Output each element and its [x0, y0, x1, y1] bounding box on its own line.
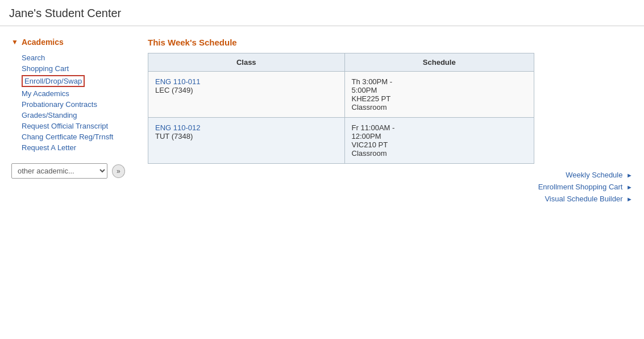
col-header-schedule: Schedule [344, 53, 534, 72]
sidebar-item-enroll-drop-swap[interactable]: Enroll/Drop/Swap [22, 75, 125, 87]
class-cell-2: ENG 110-012 TUT (7348) [148, 118, 345, 164]
footer-links: Weekly Schedule ► Enrollment Shopping Ca… [148, 171, 633, 203]
sidebar-item-grades-standing[interactable]: Grades/Standing [22, 111, 125, 119]
table-body: ENG 110-011 LEC (7349) Th 3:00PM -5:00PM… [148, 72, 534, 164]
page-header: Jane's Student Center [0, 0, 644, 26]
weekly-schedule-arrow-icon: ► [626, 172, 633, 179]
schedule-cell-1: Th 3:00PM -5:00PMKHE225 PTClassroom [344, 72, 534, 118]
academics-toggle[interactable]: ▼ Academics [11, 38, 125, 47]
schedule-title: This Week's Schedule [148, 38, 633, 47]
sidebar-item-request-letter[interactable]: Request A Letter [22, 143, 125, 152]
sidebar: ▼ Academics Search Shopping Cart Enroll/… [0, 32, 136, 209]
table-row: ENG 110-011 LEC (7349) Th 3:00PM -5:00PM… [148, 72, 534, 118]
weekly-schedule-label: Weekly Schedule [566, 171, 622, 179]
toggle-arrow-icon: ▼ [11, 38, 18, 46]
search-link[interactable]: Search [22, 53, 45, 62]
table-header: Class Schedule [148, 53, 534, 72]
schedule-cell-2: Fr 11:00AM -12:00PMVIC210 PTClassroom [344, 118, 534, 164]
go-icon: » [117, 167, 121, 175]
col-header-class: Class [148, 53, 345, 72]
probationary-contracts-link[interactable]: Probationary Contracts [22, 100, 97, 109]
chang-cert-link[interactable]: Chang Certficate Reg/Trnsft [22, 133, 113, 141]
sidebar-item-search[interactable]: Search [22, 53, 125, 62]
class-detail-1: LEC (7349) [155, 86, 193, 94]
academics-section: ▼ Academics Search Shopping Cart Enroll/… [11, 38, 125, 179]
class-cell-1: ENG 110-011 LEC (7349) [148, 72, 345, 118]
go-button[interactable]: » [112, 164, 125, 178]
page-title: Jane's Student Center [9, 7, 635, 20]
enrollment-shopping-cart-link[interactable]: Enrollment Shopping Cart ► [538, 183, 633, 191]
class-detail-2: TUT (7348) [155, 132, 193, 140]
enrollment-shopping-cart-label: Enrollment Shopping Cart [538, 183, 623, 191]
sidebar-item-chang-cert[interactable]: Chang Certficate Reg/Trnsft [22, 133, 125, 141]
schedule-table: Class Schedule ENG 110-011 LEC (7349) Th… [148, 53, 534, 164]
enroll-drop-swap-highlight: Enroll/Drop/Swap [22, 75, 85, 87]
enrollment-shopping-cart-arrow-icon: ► [626, 184, 633, 191]
sidebar-item-request-transcript[interactable]: Request Official Transcript [22, 122, 125, 130]
visual-schedule-builder-arrow-icon: ► [626, 196, 633, 202]
sidebar-item-probationary-contracts[interactable]: Probationary Contracts [22, 100, 125, 109]
sidebar-links: Search Shopping Cart Enroll/Drop/Swap My… [11, 53, 125, 152]
table-row: ENG 110-012 TUT (7348) Fr 11:00AM -12:00… [148, 118, 534, 164]
grades-standing-link[interactable]: Grades/Standing [22, 111, 77, 119]
request-letter-link[interactable]: Request A Letter [22, 143, 76, 152]
shopping-cart-link[interactable]: Shopping Cart [22, 64, 69, 73]
weekly-schedule-link[interactable]: Weekly Schedule ► [566, 171, 633, 179]
class-link-eng-110-011[interactable]: ENG 110-011 [155, 77, 201, 86]
request-transcript-link[interactable]: Request Official Transcript [22, 122, 108, 130]
table-header-row: Class Schedule [148, 53, 534, 72]
sidebar-item-my-academics[interactable]: My Academics [22, 89, 125, 98]
enroll-drop-swap-link[interactable]: Enroll/Drop/Swap [24, 77, 82, 85]
academics-label: Academics [22, 38, 64, 47]
content-area: This Week's Schedule Class Schedule ENG … [136, 32, 644, 209]
other-academic-dropdown[interactable]: other academic... [11, 163, 107, 179]
main-layout: ▼ Academics Search Shopping Cart Enroll/… [0, 26, 644, 214]
visual-schedule-builder-link[interactable]: Visual Schedule Builder ► [545, 195, 633, 203]
visual-schedule-builder-label: Visual Schedule Builder [545, 195, 622, 203]
my-academics-link[interactable]: My Academics [22, 89, 69, 98]
dropdown-row: other academic... » [11, 163, 125, 179]
sidebar-item-shopping-cart[interactable]: Shopping Cart [22, 64, 125, 73]
class-link-eng-110-012[interactable]: ENG 110-012 [155, 123, 201, 132]
